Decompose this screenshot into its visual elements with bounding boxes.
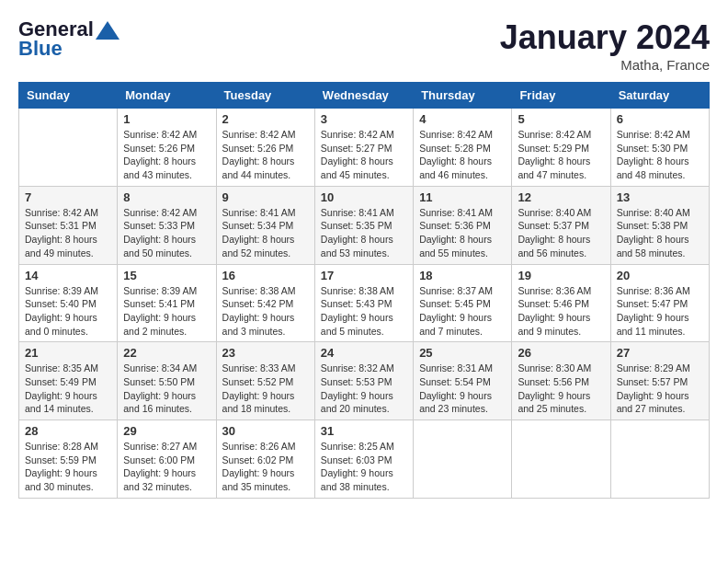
calendar-cell: 9Sunrise: 8:41 AM Sunset: 5:34 PM Daylig…: [216, 186, 314, 264]
calendar-cell: 31Sunrise: 8:25 AM Sunset: 6:03 PM Dayli…: [314, 420, 413, 499]
title-section: January 2024 Matha, France: [500, 18, 710, 73]
column-header-friday: Friday: [512, 83, 610, 109]
day-content: Sunrise: 8:42 AM Sunset: 5:27 PM Dayligh…: [321, 128, 407, 182]
calendar-table: SundayMondayTuesdayWednesdayThursdayFrid…: [18, 82, 710, 499]
calendar-cell: 11Sunrise: 8:41 AM Sunset: 5:36 PM Dayli…: [414, 186, 512, 264]
page-header: General Blue January 2024 Matha, France: [18, 18, 710, 73]
day-number: 7: [25, 190, 111, 204]
day-number: 15: [123, 269, 210, 282]
day-number: 14: [25, 269, 111, 282]
day-content: Sunrise: 8:40 AM Sunset: 5:38 PM Dayligh…: [617, 206, 703, 260]
calendar-cell: 27Sunrise: 8:29 AM Sunset: 5:57 PM Dayli…: [610, 342, 709, 420]
day-content: Sunrise: 8:29 AM Sunset: 5:57 PM Dayligh…: [617, 362, 703, 416]
week-row-5: 28Sunrise: 8:28 AM Sunset: 5:59 PM Dayli…: [19, 420, 710, 499]
day-content: Sunrise: 8:42 AM Sunset: 5:30 PM Dayligh…: [617, 128, 703, 182]
calendar-cell: 7Sunrise: 8:42 AM Sunset: 5:31 PM Daylig…: [19, 186, 118, 264]
calendar-cell: 16Sunrise: 8:38 AM Sunset: 5:42 PM Dayli…: [216, 264, 314, 342]
day-content: Sunrise: 8:42 AM Sunset: 5:28 PM Dayligh…: [419, 128, 506, 182]
calendar-cell: 12Sunrise: 8:40 AM Sunset: 5:37 PM Dayli…: [512, 186, 610, 264]
day-number: 10: [321, 190, 407, 204]
day-content: Sunrise: 8:27 AM Sunset: 6:00 PM Dayligh…: [123, 440, 210, 494]
day-number: 17: [321, 269, 407, 282]
day-content: Sunrise: 8:41 AM Sunset: 5:36 PM Dayligh…: [419, 206, 506, 260]
column-header-monday: Monday: [118, 83, 216, 109]
calendar-cell: [19, 109, 118, 187]
calendar-cell: 10Sunrise: 8:41 AM Sunset: 5:35 PM Dayli…: [314, 186, 413, 264]
day-number: 2: [222, 112, 309, 126]
column-header-sunday: Sunday: [19, 83, 118, 109]
day-number: 22: [123, 346, 210, 360]
day-number: 21: [25, 346, 111, 360]
day-number: 24: [321, 346, 407, 360]
day-content: Sunrise: 8:41 AM Sunset: 5:34 PM Dayligh…: [222, 206, 309, 260]
location: Matha, France: [500, 57, 710, 73]
day-content: Sunrise: 8:42 AM Sunset: 5:26 PM Dayligh…: [222, 128, 309, 182]
day-number: 31: [321, 424, 407, 438]
day-number: 8: [123, 190, 210, 204]
day-content: Sunrise: 8:28 AM Sunset: 5:59 PM Dayligh…: [25, 440, 111, 494]
day-content: Sunrise: 8:40 AM Sunset: 5:37 PM Dayligh…: [518, 206, 604, 260]
day-number: 29: [123, 424, 210, 438]
calendar-cell: 18Sunrise: 8:37 AM Sunset: 5:45 PM Dayli…: [414, 264, 512, 342]
calendar-cell: 23Sunrise: 8:33 AM Sunset: 5:52 PM Dayli…: [216, 342, 314, 420]
day-content: Sunrise: 8:31 AM Sunset: 5:54 PM Dayligh…: [419, 362, 506, 416]
day-content: Sunrise: 8:34 AM Sunset: 5:50 PM Dayligh…: [123, 362, 210, 416]
day-number: 26: [518, 346, 604, 360]
day-content: Sunrise: 8:36 AM Sunset: 5:47 PM Dayligh…: [617, 284, 703, 339]
calendar-cell: [512, 420, 610, 499]
day-content: Sunrise: 8:30 AM Sunset: 5:56 PM Dayligh…: [518, 362, 604, 416]
day-content: Sunrise: 8:32 AM Sunset: 5:53 PM Dayligh…: [321, 362, 407, 416]
day-number: 19: [518, 269, 604, 282]
week-row-4: 21Sunrise: 8:35 AM Sunset: 5:49 PM Dayli…: [19, 342, 710, 420]
day-content: Sunrise: 8:42 AM Sunset: 5:31 PM Dayligh…: [25, 206, 111, 260]
day-content: Sunrise: 8:38 AM Sunset: 5:43 PM Dayligh…: [321, 284, 407, 339]
calendar-cell: 13Sunrise: 8:40 AM Sunset: 5:38 PM Dayli…: [610, 186, 709, 264]
calendar-cell: 15Sunrise: 8:39 AM Sunset: 5:41 PM Dayli…: [118, 264, 216, 342]
day-content: Sunrise: 8:38 AM Sunset: 5:42 PM Dayligh…: [222, 284, 309, 339]
day-number: 1: [123, 112, 210, 126]
day-content: Sunrise: 8:36 AM Sunset: 5:46 PM Dayligh…: [518, 284, 604, 339]
calendar-cell: 3Sunrise: 8:42 AM Sunset: 5:27 PM Daylig…: [314, 109, 413, 187]
column-header-wednesday: Wednesday: [314, 83, 413, 109]
day-number: 11: [419, 190, 506, 204]
day-number: 16: [222, 269, 309, 282]
day-content: Sunrise: 8:35 AM Sunset: 5:49 PM Dayligh…: [25, 362, 111, 416]
calendar-cell: 24Sunrise: 8:32 AM Sunset: 5:53 PM Dayli…: [314, 342, 413, 420]
day-number: 27: [617, 346, 703, 360]
calendar-body: 1Sunrise: 8:42 AM Sunset: 5:26 PM Daylig…: [19, 109, 710, 499]
week-row-2: 7Sunrise: 8:42 AM Sunset: 5:31 PM Daylig…: [19, 186, 710, 264]
week-row-3: 14Sunrise: 8:39 AM Sunset: 5:40 PM Dayli…: [19, 264, 710, 342]
day-number: 9: [222, 190, 309, 204]
calendar-cell: 26Sunrise: 8:30 AM Sunset: 5:56 PM Dayli…: [512, 342, 610, 420]
day-number: 25: [419, 346, 506, 360]
day-number: 13: [617, 190, 703, 204]
calendar-cell: 2Sunrise: 8:42 AM Sunset: 5:26 PM Daylig…: [216, 109, 314, 187]
day-number: 20: [617, 269, 703, 282]
day-content: Sunrise: 8:26 AM Sunset: 6:02 PM Dayligh…: [222, 440, 309, 494]
calendar-cell: 14Sunrise: 8:39 AM Sunset: 5:40 PM Dayli…: [19, 264, 118, 342]
calendar-cell: 6Sunrise: 8:42 AM Sunset: 5:30 PM Daylig…: [610, 109, 709, 187]
day-content: Sunrise: 8:39 AM Sunset: 5:40 PM Dayligh…: [25, 284, 111, 339]
calendar-cell: 19Sunrise: 8:36 AM Sunset: 5:46 PM Dayli…: [512, 264, 610, 342]
calendar-cell: 21Sunrise: 8:35 AM Sunset: 5:49 PM Dayli…: [19, 342, 118, 420]
day-number: 3: [321, 112, 407, 126]
day-content: Sunrise: 8:33 AM Sunset: 5:52 PM Dayligh…: [222, 362, 309, 416]
day-content: Sunrise: 8:41 AM Sunset: 5:35 PM Dayligh…: [321, 206, 407, 260]
calendar-cell: [610, 420, 709, 499]
calendar-cell: 30Sunrise: 8:26 AM Sunset: 6:02 PM Dayli…: [216, 420, 314, 499]
week-row-1: 1Sunrise: 8:42 AM Sunset: 5:26 PM Daylig…: [19, 109, 710, 187]
svg-marker-0: [96, 21, 119, 40]
day-number: 30: [222, 424, 309, 438]
calendar-cell: 4Sunrise: 8:42 AM Sunset: 5:28 PM Daylig…: [414, 109, 512, 187]
calendar-cell: 17Sunrise: 8:38 AM Sunset: 5:43 PM Dayli…: [314, 264, 413, 342]
day-number: 12: [518, 190, 604, 204]
day-content: Sunrise: 8:42 AM Sunset: 5:26 PM Dayligh…: [123, 128, 210, 182]
day-number: 5: [518, 112, 604, 126]
day-content: Sunrise: 8:42 AM Sunset: 5:29 PM Dayligh…: [518, 128, 604, 182]
calendar-cell: 8Sunrise: 8:42 AM Sunset: 5:33 PM Daylig…: [118, 186, 216, 264]
month-title: January 2024: [500, 18, 710, 57]
calendar-cell: 22Sunrise: 8:34 AM Sunset: 5:50 PM Dayli…: [118, 342, 216, 420]
day-number: 18: [419, 269, 506, 282]
day-number: 6: [617, 112, 703, 126]
logo-icon: [96, 21, 119, 40]
